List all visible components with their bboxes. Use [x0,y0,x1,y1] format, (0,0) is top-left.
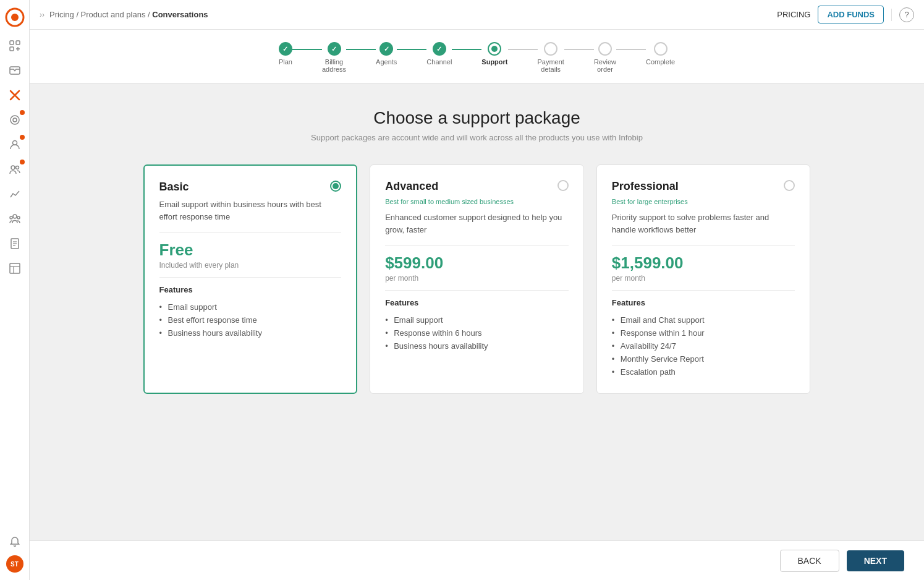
sidebar-icon-x[interactable] [4,84,26,106]
step-review[interactable]: Revieworder [594,42,616,73]
card-advanced-tag: Best for small to medium sized businesse… [385,198,569,205]
step-complete[interactable]: Complete [646,42,675,66]
sidebar-icon-grid[interactable] [4,35,26,57]
step-plan[interactable]: ✓ Plan [279,42,292,66]
feature-pro-5: Escalation path [612,365,795,378]
step-support[interactable]: Support [481,42,507,66]
card-advanced-price: $599.00 [385,254,569,273]
card-professional-desc: Priority support to solve problems faste… [612,211,795,236]
pricing-link[interactable]: PRICING [777,10,810,19]
card-advanced-header: Advanced [385,180,569,193]
card-professional-divider [612,245,795,246]
breadcrumb: Pricing / Product and plans / Conversati… [49,10,208,19]
page-title: Choose a support package [143,108,811,128]
connector-3 [397,49,426,50]
card-advanced-divider [385,245,569,246]
card-advanced-radio[interactable] [557,180,569,191]
card-basic-divider2 [159,277,342,278]
step-label-support: Support [481,58,507,66]
card-advanced[interactable]: Advanced Best for small to medium sized … [370,164,584,394]
card-basic-features-title: Features [159,285,342,294]
feature-pro-1: Email and Chat support [612,313,795,326]
svg-rect-2 [10,41,14,45]
step-billing[interactable]: ✓ Billingaddress [322,42,346,73]
sidebar-icon-team[interactable] [4,158,26,181]
card-advanced-divider2 [385,290,569,291]
card-professional-divider2 [612,290,795,291]
notification-icon[interactable] [4,531,26,553]
topbar: ›› Pricing / Product and plans / Convers… [30,0,924,30]
connector-6 [564,49,594,50]
user-avatar[interactable]: ST [6,555,23,573]
topbar-divider [891,9,892,21]
sidebar-icon-people[interactable] [4,208,26,230]
step-agents[interactable]: ✓ Agents [376,42,397,66]
step-label-billing: Billingaddress [322,58,346,73]
feature-pro-2: Response within 1 hour [612,326,795,339]
card-advanced-features-title: Features [385,298,569,307]
step-circle-review [598,42,612,56]
bottom-bar: BACK NEXT [30,540,924,580]
topbar-chevron-icon[interactable]: ›› [40,11,45,19]
svg-point-15 [17,216,20,219]
page-subtitle: Support packages are account wide and wi… [143,133,811,142]
step-payment[interactable]: Paymentdetails [538,42,564,73]
step-channel[interactable]: ✓ Channel [426,42,452,66]
sidebar-icon-report[interactable] [4,232,26,255]
back-button[interactable]: BACK [780,550,839,572]
step-circle-complete [654,42,668,56]
breadcrumb-product[interactable]: Product and plans [81,10,146,19]
card-basic-divider [159,232,342,233]
feature-basic-2: Best effort response time [159,313,342,326]
sidebar-icon-chart[interactable] [4,183,26,205]
card-advanced-desc: Enhanced customer support designed to he… [385,211,569,236]
sidebar-icon-inbox[interactable] [4,59,26,82]
sidebar-icon-user[interactable] [4,134,26,156]
feature-advanced-3: Business hours availability [385,339,569,352]
card-professional-tag: Best for large enterprises [612,198,795,205]
card-basic[interactable]: Basic Email support within business hour… [143,164,358,394]
card-professional-title: Professional [612,180,679,193]
step-label-agents: Agents [376,58,397,66]
feature-basic-3: Business hours availability [159,326,342,339]
feature-pro-3: Availability 24/7 [612,339,795,352]
card-advanced-title: Advanced [385,180,438,193]
feature-basic-1: Email support [159,301,342,313]
add-funds-button[interactable]: ADD FUNDS [818,6,884,23]
svg-rect-3 [16,41,20,45]
step-circle-payment [544,42,557,56]
sidebar-icon-target[interactable] [4,109,26,131]
step-circle-agents: ✓ [379,42,393,56]
stepper-container: ✓ Plan ✓ Billingaddress ✓ [30,30,924,83]
svg-point-8 [11,116,19,124]
svg-point-1 [11,14,19,21]
breadcrumb-pricing[interactable]: Pricing [49,10,74,19]
next-button[interactable]: NEXT [847,550,904,571]
sidebar: ST [0,0,30,580]
step-label-payment: Paymentdetails [538,58,564,73]
connector-4 [452,49,481,50]
help-icon[interactable]: ? [899,7,914,22]
step-circle-plan: ✓ [279,42,292,56]
sidebar-icon-table[interactable] [4,257,26,279]
card-basic-price: Free [159,241,342,260]
svg-point-13 [13,215,17,218]
card-professional-features-title: Features [612,298,795,307]
svg-rect-20 [10,263,20,273]
card-basic-period: Included with every plan [159,261,342,270]
card-advanced-period: per month [385,274,569,283]
page-body: Choose a support package Support package… [106,83,848,419]
card-basic-radio[interactable] [330,181,341,192]
connector-1 [292,49,322,50]
step-label-plan: Plan [279,58,292,66]
logo[interactable] [5,7,25,27]
card-professional-price: $1,599.00 [612,254,795,273]
step-circle-support [488,42,501,56]
connector-5 [508,49,538,50]
card-professional-radio[interactable] [784,180,795,191]
connector-7 [616,49,646,50]
card-basic-title: Basic [159,181,189,194]
feature-advanced-2: Response within 6 hours [385,326,569,339]
card-professional[interactable]: Professional Best for large enterprises … [596,164,811,394]
step-circle-billing: ✓ [328,42,341,56]
